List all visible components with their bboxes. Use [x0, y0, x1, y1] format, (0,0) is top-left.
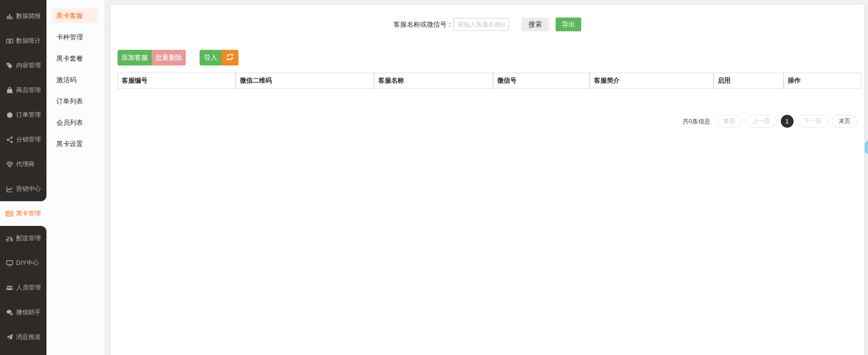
search-row: 客服名称或微信号： 搜索 导出: [110, 5, 864, 31]
search-input[interactable]: [453, 18, 509, 31]
motorcycle-icon: [6, 234, 13, 242]
floating-side-handle[interactable]: [865, 141, 868, 154]
submenu-item-blackcard-settings[interactable]: 黑卡设置: [46, 133, 104, 154]
sidebar-item-label: DIY中心: [16, 259, 39, 267]
sidebar-item-label: 营销中心: [16, 185, 41, 193]
col-header-actions: 操作: [784, 73, 861, 89]
submenu-item-label: 黑卡设置: [52, 136, 98, 151]
money-icon: [6, 37, 13, 45]
pagination-prev-button[interactable]: 上一页: [746, 115, 777, 128]
primary-sidebar: 数据简报 数据统计 内容管理 商品管理 订单管理 分销管理 代理商: [0, 0, 46, 355]
paper-plane-icon: [6, 333, 13, 341]
id-card-icon: [6, 210, 13, 217]
sidebar-item-diy-center[interactable]: DIY中心: [0, 251, 46, 275]
col-header-wechat-id: 微信号: [493, 73, 590, 89]
submenu-item-label: 卡种管理: [52, 29, 98, 45]
table-header-row: 客服编号 微信二维码 客服名称 微信号 客服简介 启用 操作: [118, 73, 861, 89]
submenu-item-blackcard-service[interactable]: 黑卡客服: [46, 5, 104, 26]
sidebar-item-label: 订单管理: [16, 111, 41, 119]
sidebar-item-label: 数据简报: [16, 12, 41, 20]
batch-delete-button[interactable]: 批量删除: [152, 50, 186, 65]
sidebar-item-message-push[interactable]: 消息推送: [0, 325, 46, 349]
sidebar-item-label: 内容管理: [16, 61, 41, 70]
submenu-item-label: 订单列表: [52, 93, 98, 109]
tags-icon: [6, 62, 13, 69]
desktop-icon: [6, 259, 13, 267]
share-icon: [6, 136, 13, 143]
sidebar-item-wechat-assistant[interactable]: 微信助手: [0, 300, 46, 325]
sidebar-item-order-mgmt[interactable]: 订单管理: [0, 103, 46, 127]
submenu-item-label: 黑卡客服: [52, 8, 98, 23]
refresh-button[interactable]: [221, 50, 238, 65]
users-icon: [6, 284, 13, 291]
sidebar-item-goods-mgmt[interactable]: 商品管理: [0, 78, 46, 103]
col-header-service-name: 客服名称: [374, 73, 493, 89]
service-table: 客服编号 微信二维码 客服名称 微信号 客服简介 启用 操作: [118, 73, 861, 89]
search-label: 客服名称或微信号：: [393, 20, 453, 29]
add-service-button[interactable]: 添加客服: [118, 50, 152, 65]
sidebar-item-label: 黑卡管理: [16, 209, 41, 218]
comments-icon: [6, 308, 13, 316]
pagination-next-button[interactable]: 下一页: [797, 115, 829, 128]
pagination: 共0条信息 首页 上一页 1 下一页 末页: [110, 115, 857, 128]
search-button[interactable]: 搜索: [521, 18, 549, 31]
content-card: 客服名称或微信号： 搜索 导出 添加客服 批量删除 导入: [110, 5, 864, 355]
sidebar-item-distribution-mgmt[interactable]: 分销管理: [0, 127, 46, 152]
shopping-bag-icon: [6, 86, 13, 94]
action-row: 添加客服 批量删除 导入: [118, 50, 864, 65]
sidebar-item-data-brief[interactable]: 数据简报: [0, 4, 46, 28]
submenu-item-label: 黑卡套餐: [52, 51, 98, 66]
sidebar-item-content-mgmt[interactable]: 内容管理: [0, 53, 46, 78]
pagination-first-button[interactable]: 首页: [717, 115, 742, 128]
submenu-item-activation-code[interactable]: 激活码: [46, 69, 104, 90]
bar-chart-icon: [6, 12, 13, 20]
hexagon-icon: [6, 111, 13, 119]
col-header-service-intro: 客服简介: [590, 73, 713, 89]
sidebar-item-blackcard-mgmt[interactable]: 黑卡管理: [0, 201, 46, 226]
sidebar-item-label: 分销管理: [16, 135, 41, 144]
sidebar-item-data-stats[interactable]: 数据统计: [0, 28, 46, 53]
sidebar-item-label: 人员管理: [16, 283, 41, 292]
col-header-service-id: 客服编号: [118, 73, 236, 89]
export-button[interactable]: 导出: [556, 18, 581, 31]
sidebar-item-label: 商品管理: [16, 86, 41, 94]
line-chart-icon: [6, 185, 13, 193]
pagination-summary: 共0条信息: [683, 117, 711, 126]
pagination-last-button[interactable]: 末页: [832, 115, 857, 128]
sidebar-item-label: 配送管理: [16, 234, 41, 243]
sidebar-item-label: 数据统计: [16, 37, 41, 45]
submenu-item-blackcard-package[interactable]: 黑卡套餐: [46, 47, 104, 69]
import-button[interactable]: 导入: [200, 50, 221, 65]
sidebar-item-label: 代理商: [16, 160, 35, 168]
submenu-item-label: 激活码: [52, 72, 98, 87]
col-header-enabled: 启用: [713, 73, 784, 89]
submenu-item-order-list[interactable]: 订单列表: [46, 90, 104, 112]
sidebar-item-label: 消息推送: [16, 333, 41, 341]
sidebar-item-staff-mgmt[interactable]: 人员管理: [0, 275, 46, 300]
sidebar-item-delivery-mgmt[interactable]: 配送管理: [0, 226, 46, 251]
main-area: 客服名称或微信号： 搜索 导出 添加客服 批量删除 导入: [104, 0, 868, 355]
sidebar-item-label: 微信助手: [16, 308, 41, 317]
submenu-item-member-list[interactable]: 会员列表: [46, 112, 104, 133]
gem-icon: [6, 160, 13, 168]
sidebar-item-agent[interactable]: 代理商: [0, 152, 46, 177]
submenu-item-card-type-mgmt[interactable]: 卡种管理: [46, 26, 104, 47]
refresh-icon: [226, 53, 234, 62]
pagination-current-page[interactable]: 1: [781, 115, 794, 128]
secondary-sidebar: 黑卡客服 卡种管理 黑卡套餐 激活码 订单列表 会员列表 黑卡设置: [46, 0, 104, 355]
submenu-item-label: 会员列表: [52, 115, 98, 130]
admin-screen: 数据简报 数据统计 内容管理 商品管理 订单管理 分销管理 代理商: [0, 0, 868, 355]
col-header-wechat-qrcode: 微信二维码: [236, 73, 374, 89]
